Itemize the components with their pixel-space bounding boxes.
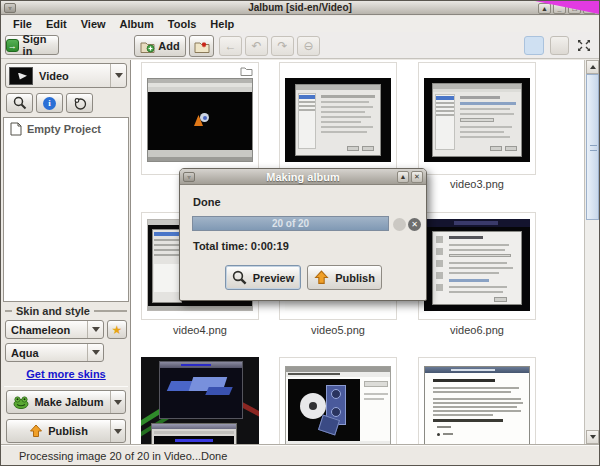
- publish-button[interactable]: Publish: [6, 419, 126, 443]
- arrow-down-icon: [590, 435, 596, 439]
- make-album-button[interactable]: Make Jalbum: [6, 390, 126, 414]
- skin-config-button[interactable]: ★: [107, 320, 127, 339]
- rotate-right-button: ↷: [271, 36, 294, 56]
- sidebar: Video i: [1, 60, 131, 444]
- album-thumbnail-icon: [9, 67, 33, 85]
- chevron-down-icon: [92, 350, 100, 355]
- scroll-up-button[interactable]: [586, 60, 599, 74]
- tag-button[interactable]: [66, 93, 93, 113]
- vertical-scrollbar[interactable]: [584, 60, 599, 444]
- new-folder-icon: [194, 39, 210, 53]
- scroll-down-button[interactable]: [586, 430, 599, 444]
- progress-bar: 20 of 20: [192, 216, 389, 231]
- sign-in-arrow-icon: →: [6, 39, 19, 52]
- thumbnail-image: [424, 219, 530, 311]
- making-album-dialog: ▿ Making album ▲ ✕ Done 20 of 20 ✕ Total…: [179, 168, 427, 301]
- make-album-dropdown[interactable]: [110, 391, 125, 413]
- menu-tools[interactable]: Tools: [161, 18, 204, 30]
- fullscreen-button[interactable]: [573, 36, 594, 55]
- progress-aux-button: [393, 218, 406, 231]
- upload-arrow-icon: [29, 424, 43, 438]
- grip-icon: [590, 145, 597, 151]
- dialog-title: Making album: [180, 171, 426, 183]
- album-selector[interactable]: Video: [5, 63, 127, 88]
- status-text: Processing image 20 of 20 in Video...Don…: [19, 450, 227, 462]
- project-tree: Empty Project: [3, 117, 129, 302]
- tree-item-empty-project[interactable]: Empty Project: [4, 118, 128, 136]
- thumbnail-image: [147, 78, 253, 162]
- dialog-close-button[interactable]: ✕: [411, 171, 423, 183]
- info-button[interactable]: i: [36, 93, 63, 113]
- thumbnail-label: video4.png: [131, 324, 269, 336]
- thumbnail-cell[interactable]: [279, 357, 397, 444]
- star-icon: ★: [112, 323, 123, 337]
- rotate-left-icon: ↶: [251, 39, 261, 53]
- info-icon: i: [43, 97, 56, 110]
- divider: [4, 386, 128, 387]
- add-folder-icon: [140, 40, 155, 52]
- menu-view[interactable]: View: [74, 18, 113, 30]
- preview-magnifier-icon: [232, 270, 247, 285]
- thumbnail-image: [424, 78, 530, 162]
- thumbnail-image: [285, 366, 391, 444]
- thumbnail-label: video3.png: [408, 178, 546, 190]
- frog-icon: [13, 396, 29, 409]
- preview-button[interactable]: Preview: [225, 265, 301, 290]
- chevron-down-icon: [114, 429, 122, 434]
- chevron-down-icon: [114, 400, 122, 405]
- thumbnail-cell[interactable]: [141, 62, 259, 175]
- remove-button: ⊖: [297, 36, 320, 56]
- menu-edit[interactable]: Edit: [39, 18, 74, 30]
- search-button[interactable]: [6, 93, 33, 113]
- shade-button[interactable]: ▲: [538, 3, 551, 14]
- thumbnail-cell[interactable]: [418, 357, 536, 444]
- window-menu-icon[interactable]: ▿: [4, 3, 16, 13]
- edit-image-button: [550, 36, 569, 55]
- rotate-left-button: ↶: [245, 36, 268, 56]
- thumbnail-image: [141, 357, 259, 444]
- skin-section-header[interactable]: Skin and style: [5, 305, 127, 317]
- dialog-publish-button[interactable]: Publish: [307, 265, 382, 290]
- page-icon: [10, 122, 22, 136]
- chevron-down-icon: [115, 73, 123, 78]
- dialog-titlebar: ▿ Making album ▲ ✕: [180, 169, 426, 185]
- thumbnail-image: [424, 366, 530, 444]
- thumbnail-cell[interactable]: [418, 62, 536, 175]
- thumbnail-cell[interactable]: [279, 62, 397, 175]
- skin-select[interactable]: Chameleon: [5, 320, 104, 339]
- collapse-icon: [5, 310, 12, 312]
- view-toggle-button[interactable]: [524, 36, 544, 55]
- thumbnail-image: [285, 78, 391, 162]
- dialog-status-text: Done: [193, 196, 221, 208]
- window-title: Jalbum [sid-en/Video]: [1, 1, 599, 15]
- sign-in-button[interactable]: → Sign in: [5, 35, 59, 55]
- new-folder-button[interactable]: [189, 35, 214, 57]
- remove-icon: ⊖: [303, 39, 313, 53]
- get-more-skins-link[interactable]: Get more skins: [1, 368, 131, 380]
- statusbar: Processing image 20 of 20 in Video...Don…: [1, 444, 599, 466]
- dialog-upload-arrow-icon: [314, 270, 329, 285]
- total-time-text: Total time: 0:00:19: [193, 240, 289, 252]
- jalbum-window: ▿ Jalbum [sid-en/Video] ▲ _ □ ✕ File Edi…: [0, 0, 600, 466]
- menu-file[interactable]: File: [6, 18, 39, 30]
- cancel-progress-button[interactable]: ✕: [408, 218, 421, 231]
- thumbnail-cell[interactable]: [141, 357, 259, 444]
- toolbar: → Sign in Add ← ↶ ↷ ⊖: [1, 32, 599, 59]
- up-level-button: ←: [219, 36, 242, 56]
- menu-help[interactable]: Help: [203, 18, 241, 30]
- chevron-down-icon: [92, 327, 100, 332]
- dialog-menu-icon[interactable]: ▿: [183, 172, 195, 182]
- folder-badge-icon: [240, 66, 253, 76]
- search-icon: [13, 96, 27, 110]
- dialog-shade-button[interactable]: ▲: [397, 171, 409, 183]
- thumbnail-label: video5.png: [269, 324, 407, 336]
- publish-dropdown[interactable]: [110, 420, 125, 442]
- style-select[interactable]: Aqua: [5, 343, 104, 362]
- menubar: File Edit View Album Tools Help: [1, 16, 599, 32]
- add-button[interactable]: Add: [134, 35, 186, 57]
- rotate-right-icon: ↷: [277, 39, 287, 53]
- thumbnail-cell[interactable]: [418, 212, 536, 320]
- tag-icon: [73, 97, 87, 110]
- menu-album[interactable]: Album: [113, 18, 161, 30]
- scrollbar-thumb[interactable]: [586, 74, 599, 220]
